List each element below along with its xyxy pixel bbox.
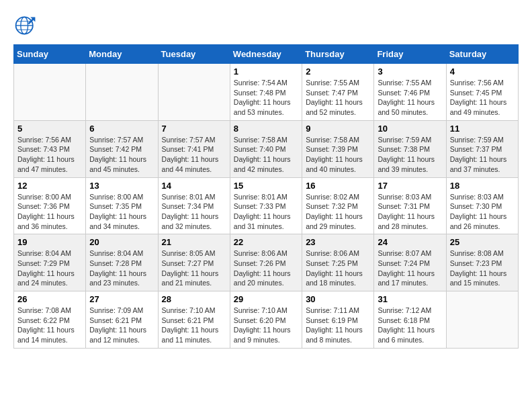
calendar-cell [446, 291, 518, 349]
day-number: 13 [89, 181, 154, 191]
calendar-cell [158, 64, 230, 121]
day-info: Sunrise: 7:58 AMSunset: 7:40 PMDaylight:… [234, 135, 298, 175]
calendar-cell: 17Sunrise: 8:03 AMSunset: 7:31 PMDayligh… [374, 177, 446, 234]
day-number: 10 [378, 124, 442, 134]
calendar-table: SundayMondayTuesdayWednesdayThursdayFrid… [13, 44, 519, 349]
calendar-cell: 5Sunrise: 7:56 AMSunset: 7:43 PMDaylight… [14, 120, 86, 177]
day-info: Sunrise: 7:56 AMSunset: 7:45 PMDaylight:… [450, 78, 515, 118]
day-info: Sunrise: 8:01 AMSunset: 7:34 PMDaylight:… [162, 192, 226, 232]
day-number: 19 [17, 237, 82, 247]
calendar-week-5: 26Sunrise: 7:08 AMSunset: 6:22 PMDayligh… [14, 291, 519, 349]
day-info: Sunrise: 7:10 AMSunset: 6:21 PMDaylight:… [162, 306, 226, 345]
day-number: 18 [450, 181, 515, 191]
day-number: 31 [378, 294, 442, 304]
calendar-cell: 14Sunrise: 8:01 AMSunset: 7:34 PMDayligh… [158, 177, 230, 234]
day-header-monday: Monday [86, 45, 158, 64]
day-number: 29 [234, 294, 298, 304]
day-info: Sunrise: 8:06 AMSunset: 7:25 PMDaylight:… [306, 248, 370, 288]
day-number: 16 [306, 181, 370, 191]
day-number: 26 [17, 294, 82, 304]
day-number: 9 [306, 124, 370, 134]
day-info: Sunrise: 8:02 AMSunset: 7:32 PMDaylight:… [306, 192, 370, 232]
day-info: Sunrise: 8:00 AMSunset: 7:35 PMDaylight:… [89, 192, 154, 232]
day-header-saturday: Saturday [446, 45, 518, 64]
day-info: Sunrise: 8:04 AMSunset: 7:28 PMDaylight:… [89, 248, 154, 288]
day-info: Sunrise: 7:08 AMSunset: 6:22 PMDaylight:… [17, 306, 82, 345]
logo-icon-area [13, 13, 38, 38]
day-info: Sunrise: 7:57 AMSunset: 7:41 PMDaylight:… [162, 135, 226, 175]
calendar-cell: 22Sunrise: 8:06 AMSunset: 7:26 PMDayligh… [230, 234, 302, 291]
calendar-cell: 7Sunrise: 7:57 AMSunset: 7:41 PMDaylight… [158, 120, 230, 177]
day-info: Sunrise: 7:11 AMSunset: 6:19 PMDaylight:… [306, 306, 370, 345]
day-info: Sunrise: 8:04 AMSunset: 7:29 PMDaylight:… [17, 248, 82, 288]
calendar-cell: 11Sunrise: 7:59 AMSunset: 7:37 PMDayligh… [446, 120, 518, 177]
calendar-cell: 19Sunrise: 8:04 AMSunset: 7:29 PMDayligh… [14, 234, 86, 291]
day-number: 27 [89, 294, 154, 304]
day-number: 1 [234, 66, 298, 77]
day-info: Sunrise: 7:57 AMSunset: 7:42 PMDaylight:… [89, 135, 154, 175]
calendar-cell: 31Sunrise: 7:12 AMSunset: 6:18 PMDayligh… [374, 291, 446, 349]
day-number: 4 [450, 66, 515, 77]
calendar-cell: 25Sunrise: 8:08 AMSunset: 7:23 PMDayligh… [446, 234, 518, 291]
day-number: 21 [162, 237, 226, 247]
page-header [13, 13, 519, 38]
day-info: Sunrise: 8:03 AMSunset: 7:31 PMDaylight:… [378, 192, 442, 232]
day-info: Sunrise: 7:56 AMSunset: 7:43 PMDaylight:… [17, 135, 82, 175]
calendar-week-4: 19Sunrise: 8:04 AMSunset: 7:29 PMDayligh… [14, 234, 519, 291]
calendar-cell: 9Sunrise: 7:58 AMSunset: 7:39 PMDaylight… [302, 120, 374, 177]
day-info: Sunrise: 8:03 AMSunset: 7:30 PMDaylight:… [450, 192, 515, 232]
calendar-cell: 13Sunrise: 8:00 AMSunset: 7:35 PMDayligh… [86, 177, 158, 234]
day-info: Sunrise: 7:59 AMSunset: 7:38 PMDaylight:… [378, 135, 442, 175]
day-info: Sunrise: 7:55 AMSunset: 7:46 PMDaylight:… [378, 78, 442, 118]
day-number: 14 [162, 181, 226, 191]
calendar-cell: 20Sunrise: 8:04 AMSunset: 7:28 PMDayligh… [86, 234, 158, 291]
calendar-cell: 18Sunrise: 8:03 AMSunset: 7:30 PMDayligh… [446, 177, 518, 234]
calendar-cell: 12Sunrise: 8:00 AMSunset: 7:36 PMDayligh… [14, 177, 86, 234]
calendar-cell: 4Sunrise: 7:56 AMSunset: 7:45 PMDaylight… [446, 64, 518, 121]
day-number: 28 [162, 294, 226, 304]
calendar-week-3: 12Sunrise: 8:00 AMSunset: 7:36 PMDayligh… [14, 177, 519, 234]
calendar-cell: 6Sunrise: 7:57 AMSunset: 7:42 PMDaylight… [86, 120, 158, 177]
calendar-cell [14, 64, 86, 121]
logo [13, 13, 39, 38]
day-number: 17 [378, 181, 442, 191]
day-number: 24 [378, 237, 442, 247]
globe-icon [13, 13, 38, 38]
calendar-cell: 30Sunrise: 7:11 AMSunset: 6:19 PMDayligh… [302, 291, 374, 349]
calendar-week-1: 1Sunrise: 7:54 AMSunset: 7:48 PMDaylight… [14, 64, 519, 121]
day-header-sunday: Sunday [14, 45, 86, 64]
day-header-tuesday: Tuesday [158, 45, 230, 64]
calendar-cell: 27Sunrise: 7:09 AMSunset: 6:21 PMDayligh… [86, 291, 158, 349]
day-info: Sunrise: 7:12 AMSunset: 6:18 PMDaylight:… [378, 306, 442, 345]
calendar-cell: 24Sunrise: 8:07 AMSunset: 7:24 PMDayligh… [374, 234, 446, 291]
day-number: 3 [378, 66, 442, 77]
day-number: 20 [89, 237, 154, 247]
day-number: 6 [89, 124, 154, 134]
day-number: 5 [17, 124, 82, 134]
calendar-cell: 2Sunrise: 7:55 AMSunset: 7:47 PMDaylight… [302, 64, 374, 121]
day-header-thursday: Thursday [302, 45, 374, 64]
day-info: Sunrise: 7:54 AMSunset: 7:48 PMDaylight:… [234, 78, 298, 118]
day-info: Sunrise: 7:59 AMSunset: 7:37 PMDaylight:… [450, 135, 515, 175]
calendar-cell: 10Sunrise: 7:59 AMSunset: 7:38 PMDayligh… [374, 120, 446, 177]
calendar-header-row: SundayMondayTuesdayWednesdayThursdayFrid… [14, 45, 519, 64]
day-number: 15 [234, 181, 298, 191]
day-number: 23 [306, 237, 370, 247]
calendar-cell: 16Sunrise: 8:02 AMSunset: 7:32 PMDayligh… [302, 177, 374, 234]
day-header-friday: Friday [374, 45, 446, 64]
day-number: 7 [162, 124, 226, 134]
day-info: Sunrise: 8:07 AMSunset: 7:24 PMDaylight:… [378, 248, 442, 288]
day-info: Sunrise: 8:06 AMSunset: 7:26 PMDaylight:… [234, 248, 298, 288]
calendar-cell: 26Sunrise: 7:08 AMSunset: 6:22 PMDayligh… [14, 291, 86, 349]
day-number: 30 [306, 294, 370, 304]
calendar-cell: 8Sunrise: 7:58 AMSunset: 7:40 PMDaylight… [230, 120, 302, 177]
day-number: 12 [17, 181, 82, 191]
day-info: Sunrise: 7:55 AMSunset: 7:47 PMDaylight:… [306, 78, 370, 118]
calendar-cell: 21Sunrise: 8:05 AMSunset: 7:27 PMDayligh… [158, 234, 230, 291]
day-number: 11 [450, 124, 515, 134]
calendar-cell: 3Sunrise: 7:55 AMSunset: 7:46 PMDaylight… [374, 64, 446, 121]
calendar-cell: 1Sunrise: 7:54 AMSunset: 7:48 PMDaylight… [230, 64, 302, 121]
day-info: Sunrise: 8:05 AMSunset: 7:27 PMDaylight:… [162, 248, 226, 288]
calendar-cell: 29Sunrise: 7:10 AMSunset: 6:20 PMDayligh… [230, 291, 302, 349]
calendar-cell: 15Sunrise: 8:01 AMSunset: 7:33 PMDayligh… [230, 177, 302, 234]
